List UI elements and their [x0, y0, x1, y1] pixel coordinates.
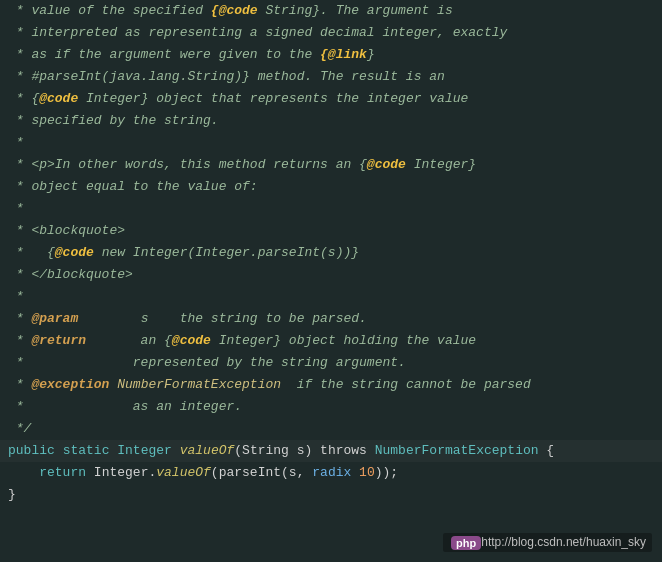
watermark: phphttp://blog.csdn.net/huaxin_sky	[443, 533, 652, 552]
code-line: * as if the argument were given to the {…	[0, 44, 662, 66]
code-line: * represented by the string argument.	[0, 352, 662, 374]
code-line: * value of the specified {@code String}.…	[0, 0, 662, 22]
code-line: * specified by the string.	[0, 110, 662, 132]
code-line: public static Integer valueOf(String s) …	[0, 440, 662, 462]
code-line: * <blockquote>	[0, 220, 662, 242]
code-line: * @param s the string to be parsed.	[0, 308, 662, 330]
code-line: * {@code new Integer(Integer.parseInt(s)…	[0, 242, 662, 264]
code-line: */	[0, 418, 662, 440]
code-line: * </blockquote>	[0, 264, 662, 286]
code-line: * @exception NumberFormatException if th…	[0, 374, 662, 396]
code-line: }	[0, 484, 662, 506]
code-line: return Integer.valueOf(parseInt(s, radix…	[0, 462, 662, 484]
code-line: * {@code Integer} object that represents…	[0, 88, 662, 110]
code-viewer: * value of the specified {@code String}.…	[0, 0, 662, 562]
php-badge: php	[451, 536, 481, 550]
code-line: *	[0, 132, 662, 154]
code-line: * interpreted as representing a signed d…	[0, 22, 662, 44]
code-line: *	[0, 198, 662, 220]
code-line: * <p>In other words, this method returns…	[0, 154, 662, 176]
code-line: *	[0, 286, 662, 308]
code-line: * #parseInt(java.lang.String)} method. T…	[0, 66, 662, 88]
code-line: * as an integer.	[0, 396, 662, 418]
code-line: * @return an {@code Integer} object hold…	[0, 330, 662, 352]
code-line: * object equal to the value of:	[0, 176, 662, 198]
